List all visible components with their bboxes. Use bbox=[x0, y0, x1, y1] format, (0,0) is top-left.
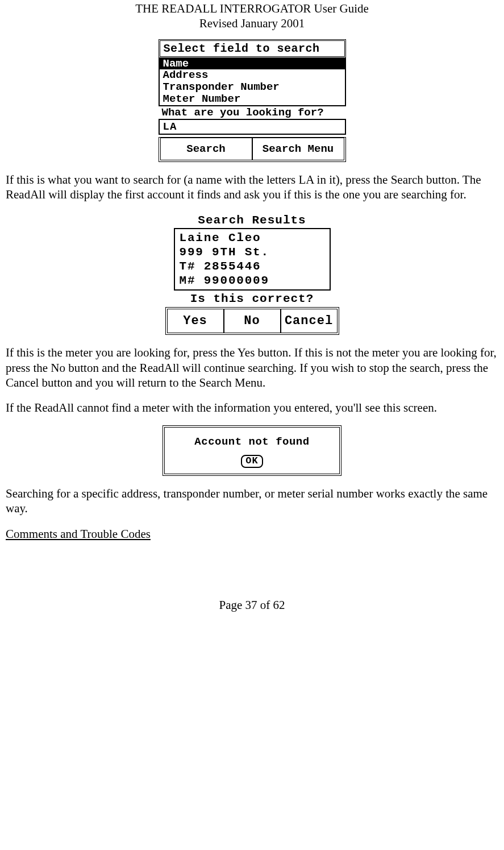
doc-revision: Revised January 2001 bbox=[6, 16, 498, 31]
search-results-screen: Search Results Laine Cleo 999 9TH St. T#… bbox=[165, 213, 339, 335]
result-box: Laine Cleo 999 9TH St. T# 2855446 M# 990… bbox=[174, 228, 331, 291]
screen2-prompt: Is this correct? bbox=[165, 291, 339, 307]
cancel-button[interactable]: Cancel bbox=[280, 309, 337, 333]
field-option-name[interactable]: Name bbox=[160, 58, 345, 70]
screen1-title: Select field to search bbox=[159, 39, 346, 58]
field-option-transponder[interactable]: Transponder Number bbox=[160, 81, 345, 93]
result-name: Laine Cleo bbox=[180, 231, 325, 245]
not-found-message: Account not found bbox=[168, 436, 336, 448]
search-input[interactable]: LA bbox=[159, 119, 346, 135]
screen1-button-row: Search Search Menu bbox=[159, 137, 346, 162]
result-address: 999 9TH St. bbox=[180, 245, 325, 259]
page-header: THE READALL INTERROGATOR User Guide Revi… bbox=[6, 1, 498, 31]
paragraph-4: Searching for a specific address, transp… bbox=[6, 486, 498, 516]
section-heading: Comments and Trouble Codes bbox=[6, 526, 498, 541]
paragraph-1: If this is what you want to search for (… bbox=[6, 172, 498, 202]
paragraph-2: If this is the meter you are looking for… bbox=[6, 345, 498, 390]
screen2-title: Search Results bbox=[165, 213, 339, 228]
field-list: Name Address Transponder Number Meter Nu… bbox=[159, 58, 346, 107]
page-footer: Page 37 of 62 bbox=[6, 598, 498, 612]
yes-button[interactable]: Yes bbox=[168, 309, 223, 333]
doc-title: THE READALL INTERROGATOR User Guide bbox=[6, 1, 498, 16]
ok-button[interactable]: OK bbox=[241, 455, 263, 468]
screen2-button-row: Yes No Cancel bbox=[165, 307, 339, 335]
screen1-prompt: What are you looking for? bbox=[159, 106, 346, 119]
not-found-screen: Account not found OK bbox=[163, 425, 341, 476]
field-option-meter[interactable]: Meter Number bbox=[160, 93, 345, 105]
paragraph-3: If the ReadAll cannot find a meter with … bbox=[6, 400, 498, 415]
result-mnum: M# 99000009 bbox=[180, 273, 325, 288]
result-tnum: T# 2855446 bbox=[180, 259, 325, 273]
search-button[interactable]: Search bbox=[161, 138, 252, 160]
search-field-screen: Select field to search Name Address Tran… bbox=[159, 39, 346, 163]
no-button[interactable]: No bbox=[223, 309, 280, 333]
field-option-address[interactable]: Address bbox=[160, 69, 345, 81]
search-menu-button[interactable]: Search Menu bbox=[252, 138, 344, 160]
